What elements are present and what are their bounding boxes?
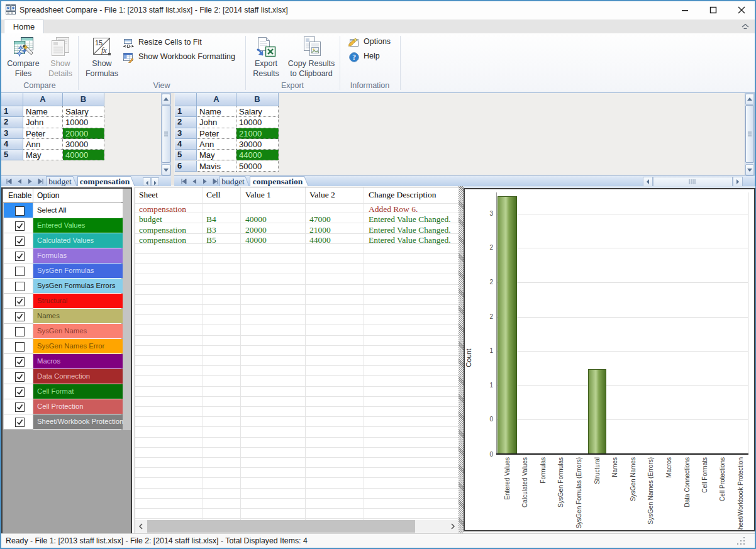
svg-text:fx: fx	[101, 46, 107, 55]
svg-text:?: ?	[352, 53, 356, 61]
